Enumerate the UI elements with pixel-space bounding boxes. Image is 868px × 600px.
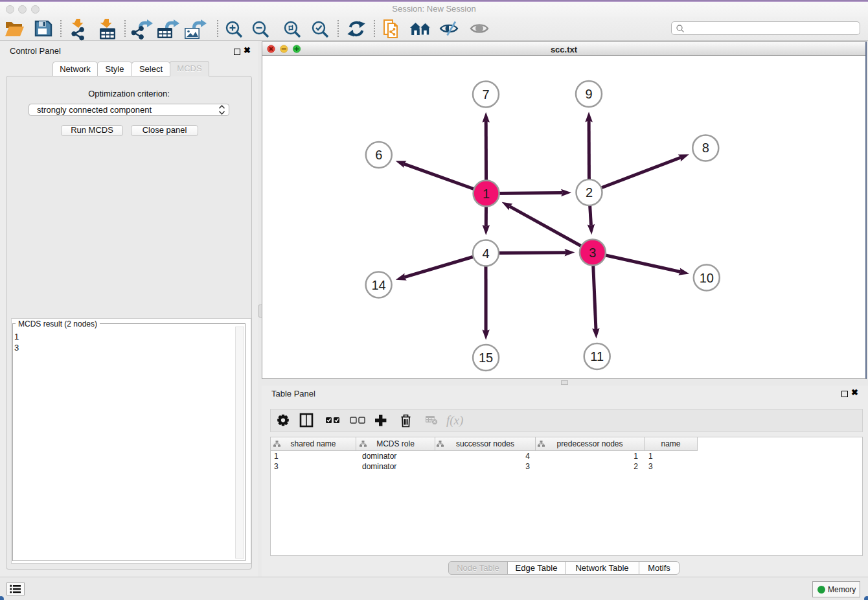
svg-text:15: 15: [479, 351, 493, 365]
svg-text:1: 1: [483, 187, 490, 201]
svg-text:4: 4: [482, 246, 489, 260]
svg-text:14: 14: [371, 278, 385, 292]
svg-text:2: 2: [586, 185, 593, 200]
svg-text:9: 9: [585, 87, 592, 101]
svg-text:3: 3: [589, 246, 596, 260]
svg-text:f(x): f(x): [446, 413, 463, 428]
svg-text:10: 10: [700, 271, 714, 285]
svg-text:8: 8: [702, 141, 709, 155]
svg-text:11: 11: [590, 349, 604, 363]
svg-text:7: 7: [482, 87, 489, 102]
svg-text:6: 6: [375, 148, 382, 162]
